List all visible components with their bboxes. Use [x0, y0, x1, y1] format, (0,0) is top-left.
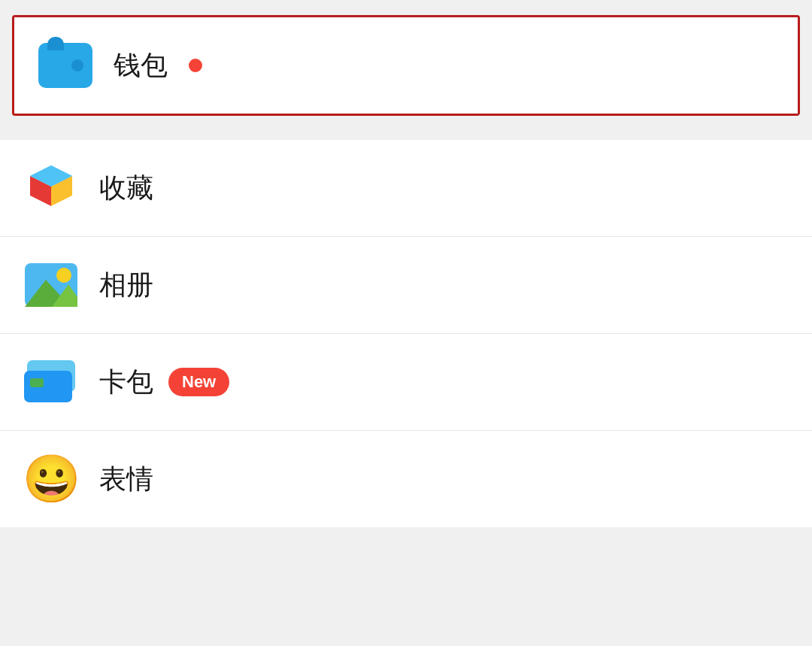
collection-label: 收藏: [99, 170, 153, 207]
album-label-text: 相册: [99, 267, 153, 304]
collection-icon: [26, 162, 77, 214]
album-menu-item[interactable]: 相册: [0, 236, 812, 333]
cardpack-menu-item[interactable]: 卡包 New: [0, 333, 812, 430]
wallet-label-text: 钱包: [114, 47, 168, 84]
wallet-label: 钱包: [114, 47, 202, 84]
divider-top: [0, 116, 812, 128]
emoji-label-text: 表情: [99, 461, 153, 498]
album-icon-wrapper: [24, 258, 78, 312]
emoji-icon: 😀: [23, 456, 80, 502]
items-group: 收藏 相册: [0, 140, 812, 527]
notification-dot: [189, 59, 202, 72]
wallet-menu-item[interactable]: 钱包: [14, 17, 798, 114]
cardpack-icon: [24, 360, 78, 404]
wallet-circle: [71, 59, 83, 71]
emoji-label: 表情: [99, 461, 153, 498]
album-label: 相册: [99, 267, 153, 304]
wallet-icon: [38, 43, 92, 88]
wallet-section[interactable]: 钱包: [12, 15, 800, 116]
svg-point-7: [56, 268, 71, 283]
collection-menu-item[interactable]: 收藏: [0, 140, 812, 236]
collection-icon-wrapper: [24, 161, 78, 215]
cardpack-label: 卡包 New: [99, 364, 229, 401]
cardpack-label-text: 卡包: [99, 364, 153, 401]
new-badge: New: [168, 368, 229, 396]
svg-rect-10: [30, 378, 44, 387]
page-container: 钱包 收藏: [0, 0, 812, 646]
cardpack-icon-wrapper: [24, 355, 78, 409]
collection-label-text: 收藏: [99, 170, 153, 207]
emoji-icon-wrapper: 😀: [24, 452, 78, 506]
emoji-menu-item[interactable]: 😀 表情: [0, 430, 812, 527]
album-icon: [25, 263, 77, 307]
wallet-icon-wrapper: [38, 38, 92, 93]
